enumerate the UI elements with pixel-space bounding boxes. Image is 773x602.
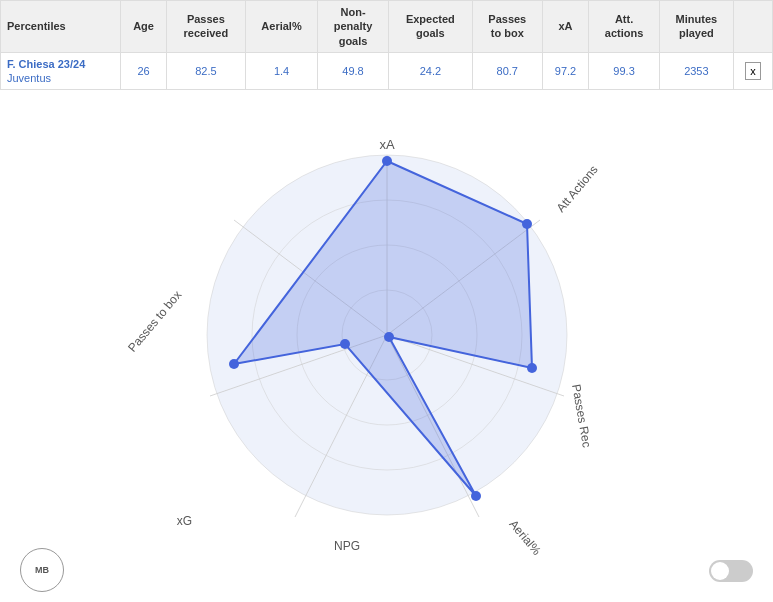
col-aerial: Aerial% — [245, 1, 318, 53]
npg-value: 49.8 — [318, 52, 388, 90]
passes-received-value: 82.5 — [167, 52, 246, 90]
point-npg — [471, 491, 481, 501]
table-row: F. Chiesa 23/24 Juventus 26 82.5 1.4 49.… — [1, 52, 773, 90]
label-aerial: Aerial% — [506, 518, 544, 559]
passes-box-value: 80.7 — [473, 52, 542, 90]
logo-text: MB — [35, 565, 49, 575]
att-actions-value: 99.3 — [589, 52, 659, 90]
toggle-knob — [711, 562, 729, 580]
percentiles-header: Percentiles — [1, 1, 121, 53]
toggle-switch[interactable] — [709, 560, 753, 582]
radar-chart: xA Att Actions Passes Rec Aerial% NPG xG… — [127, 105, 647, 565]
col-age: Age — [121, 1, 167, 53]
col-npg: Non-penaltygoals — [318, 1, 388, 53]
col-passes-box: Passesto box — [473, 1, 542, 53]
age-value: 26 — [121, 52, 167, 90]
point-att-actions — [522, 219, 532, 229]
point-xg — [340, 339, 350, 349]
point-passes-box — [229, 359, 239, 369]
point-aerial — [384, 332, 394, 342]
col-att-actions: Att.actions — [589, 1, 659, 53]
col-xa: xA — [542, 1, 589, 53]
xa-value: 97.2 — [542, 52, 589, 90]
label-npg: NPG — [333, 539, 359, 553]
label-att-actions: Att Actions — [553, 163, 600, 215]
col-close — [734, 1, 773, 53]
player-name[interactable]: F. Chiesa 23/24 — [7, 58, 85, 70]
label-passes-rec: Passes Rec — [569, 384, 594, 449]
aerial-value: 1.4 — [245, 52, 318, 90]
label-xa: xA — [379, 137, 395, 152]
col-passes-received: Passesreceived — [167, 1, 246, 53]
brand-logo: MB — [20, 548, 64, 592]
close-button[interactable]: x — [745, 62, 761, 80]
xg-value: 24.2 — [388, 52, 472, 90]
label-xg: xG — [176, 514, 191, 528]
col-xg: Expectedgoals — [388, 1, 472, 53]
team-name[interactable]: Juventus — [7, 72, 51, 84]
point-passes-rec — [527, 363, 537, 373]
point-xa — [382, 156, 392, 166]
label-passes-box: Passes to box — [127, 288, 184, 355]
stats-table: Percentiles Age Passesreceived Aerial% N… — [0, 0, 773, 90]
col-minutes: Minutesplayed — [659, 1, 733, 53]
minutes-value: 2353 — [659, 52, 733, 90]
chart-area: xA Att Actions Passes Rec Aerial% NPG xG… — [0, 90, 773, 580]
